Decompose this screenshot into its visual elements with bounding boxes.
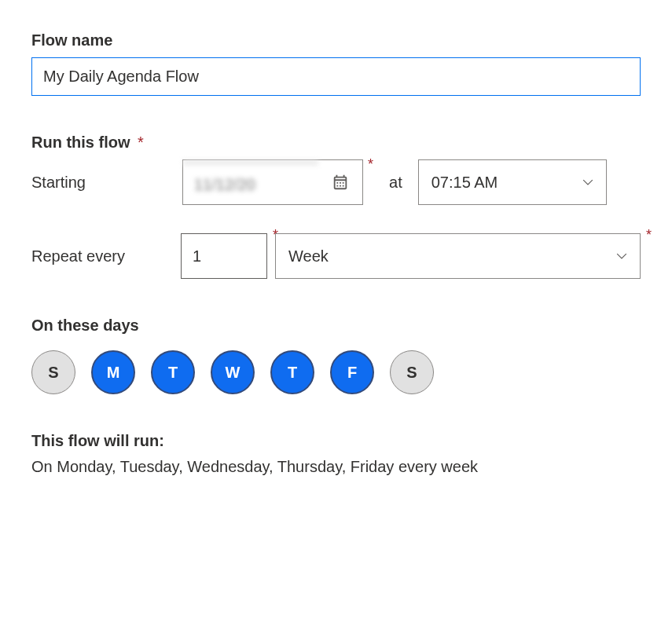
summary-section: This flow will run: On Monday, Tuesday, … [31, 432, 641, 476]
starting-date-input[interactable]: 11/12/20 [182, 159, 363, 205]
day-toggle-sunday[interactable]: S [31, 350, 75, 394]
repeat-unit-select[interactable]: Week [275, 233, 641, 279]
day-toggle-monday[interactable]: M [91, 350, 135, 394]
calendar-icon-button[interactable] [318, 160, 362, 204]
repeat-unit-asterisk: * [646, 227, 652, 243]
day-toggle-wednesday[interactable]: W [211, 350, 255, 394]
calendar-icon [332, 174, 349, 191]
repeat-unit-wrapper: Week * [275, 233, 641, 279]
chevron-down-icon [582, 177, 593, 188]
summary-label: This flow will run: [31, 432, 641, 450]
repeat-every-label: Repeat every [31, 247, 173, 265]
starting-date-value: 11/12/20 [183, 160, 318, 204]
time-value: 07:15 AM [431, 174, 498, 192]
repeat-unit-value: Week [288, 247, 329, 265]
days-row: S M T W T F S [31, 350, 641, 394]
day-toggle-saturday[interactable]: S [390, 350, 434, 394]
flow-name-label: Flow name [31, 31, 641, 49]
starting-row: Starting 11/12/20 * at 07:15 AM [31, 159, 641, 205]
on-these-days-label: On these days [31, 317, 641, 335]
flow-name-section: Flow name [31, 31, 641, 96]
at-label: at [389, 174, 402, 192]
summary-text: On Monday, Tuesday, Wednesday, Thursday,… [31, 458, 641, 476]
repeat-number-input[interactable] [181, 233, 267, 279]
required-asterisk: * [138, 134, 144, 151]
repeat-number-wrapper: * [181, 233, 267, 279]
days-section: On these days S M T W T F S [31, 317, 641, 394]
chevron-down-icon [616, 251, 627, 262]
day-toggle-tuesday[interactable]: T [151, 350, 195, 394]
flow-name-input[interactable] [31, 57, 641, 96]
time-select[interactable]: 07:15 AM [418, 159, 607, 205]
date-required-asterisk: * [368, 156, 373, 173]
starting-label: Starting [31, 174, 173, 192]
run-this-flow-label: Run this flow * [31, 134, 641, 152]
day-toggle-friday[interactable]: F [330, 350, 374, 394]
run-this-flow-label-text: Run this flow [31, 134, 130, 151]
day-toggle-thursday[interactable]: T [270, 350, 314, 394]
run-this-flow-section: Run this flow * Starting 11/12/20 * at 0… [31, 134, 641, 279]
repeat-row: Repeat every * Week * [31, 233, 641, 279]
